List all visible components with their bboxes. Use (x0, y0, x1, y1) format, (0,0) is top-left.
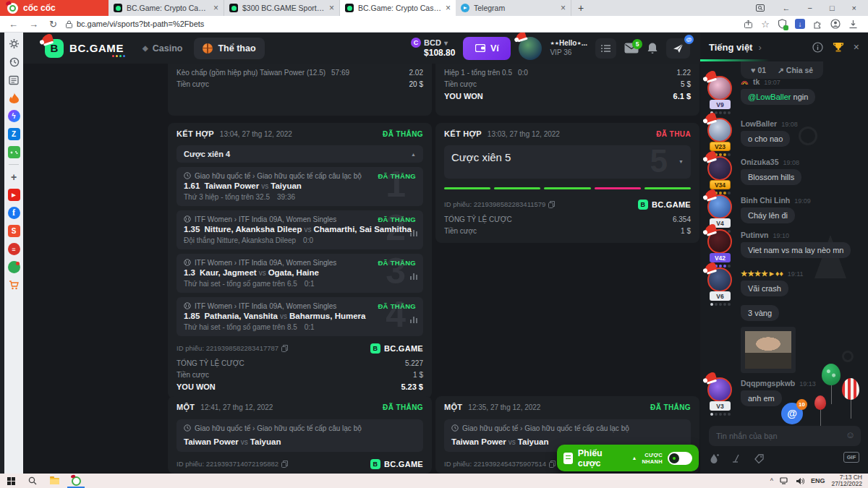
copy-icon[interactable] (281, 345, 288, 352)
file-explorer-icon[interactable] (43, 474, 65, 488)
start-button[interactable] (0, 474, 22, 488)
maximize-icon[interactable]: □ (830, 4, 835, 12)
copy-icon[interactable] (549, 461, 556, 468)
bcgame-logo-text[interactable]: BC.GAME (69, 42, 124, 54)
share-icon[interactable] (744, 20, 753, 29)
facebook-icon[interactable]: f (8, 207, 20, 219)
new-tab-button[interactable]: + (571, 0, 590, 16)
bet-leg[interactable]: ITF Women › ITF India 09A, Women Singles… (176, 210, 423, 249)
mentions-button[interactable]: @10 (781, 403, 803, 424)
chat-username[interactable]: Dqqpmgspkwb (741, 379, 795, 388)
close-chat-icon[interactable]: × (854, 41, 859, 53)
chat-room-title[interactable]: Tiếng việt (709, 42, 752, 53)
chat-username[interactable]: Binh Chi Linh (741, 196, 790, 205)
shopee-icon[interactable]: S (8, 225, 20, 237)
copy-icon[interactable] (548, 201, 555, 208)
add-shortcut-icon[interactable]: + (8, 171, 20, 183)
emoji-icon[interactable]: ☺ (846, 430, 855, 440)
history-icon[interactable] (8, 56, 20, 68)
gif-button[interactable]: GIF (843, 452, 859, 463)
mention[interactable]: @LowBaller (748, 93, 791, 101)
rules-icon[interactable] (732, 454, 741, 463)
chat-toggle-button[interactable]: @ (666, 38, 690, 59)
downloads-tray-icon[interactable] (848, 20, 858, 29)
browser-tab-4[interactable]: Telegram × (456, 0, 571, 16)
tab-close-icon[interactable]: × (329, 3, 334, 13)
bet-leg[interactable]: Giao hữu quốc tế › Giao hữu quốc tế cấp … (176, 167, 423, 206)
parlay-collapse-bar[interactable]: Cược xiên 4 (176, 145, 423, 163)
chat-info-icon[interactable] (812, 42, 823, 53)
share-button[interactable]: ↗ Chia sẻ (778, 66, 813, 74)
stats-chart-icon[interactable] (410, 273, 417, 280)
notifications-button[interactable] (647, 42, 658, 54)
cart-icon[interactable] (8, 279, 20, 291)
green-app-icon[interactable] (8, 261, 20, 273)
youtube-icon[interactable]: ▶ (8, 189, 20, 201)
chevron-right-icon[interactable]: › (758, 42, 761, 53)
avatar[interactable] (707, 76, 732, 100)
browser-tab-1[interactable]: BC.Game: Crypto Casino Gan × (109, 0, 224, 16)
nav-tab-sports-active[interactable]: Thể thao (194, 38, 264, 59)
games-icon[interactable] (8, 146, 20, 158)
copy-icon[interactable] (281, 461, 288, 468)
zalo-icon[interactable]: Z (8, 128, 20, 140)
profile-icon[interactable] (830, 19, 841, 29)
inbox-button[interactable]: 5 (624, 43, 639, 53)
coupon-tag-icon[interactable] (754, 454, 765, 463)
quick-bet-toggle[interactable] (668, 452, 692, 465)
tab-search-icon[interactable] (756, 4, 765, 12)
recent-tabs-icon[interactable]: ← (782, 4, 790, 12)
bet-card-combo-lost[interactable]: KẾT HỢP 13:03, 27 thg 12, 2022 ĐÃ THUA C… (435, 123, 699, 243)
hidden-icons-chevron[interactable]: ^ (770, 477, 773, 484)
bet-card-partial-left[interactable]: Kèo chấp (gồm hiệp phụ) Taiwan Power (12… (168, 64, 432, 116)
avatar[interactable] (707, 267, 732, 292)
avatar[interactable] (707, 194, 732, 219)
hot-trending-icon[interactable] (8, 92, 20, 104)
user-avatar[interactable] (519, 37, 542, 60)
stats-chart-icon[interactable] (410, 230, 417, 236)
chat-username[interactable]: Onizuka35 (741, 158, 779, 166)
url-field[interactable]: bc.game/vi/sports?bt-path=%2Fbets (66, 20, 204, 28)
bookmark-star-icon[interactable]: ☆ (761, 19, 770, 30)
coccoc-brand[interactable]: cốc cốc (0, 0, 109, 16)
chat-input[interactable] (709, 426, 861, 446)
avatar[interactable] (707, 156, 732, 181)
tab-close-icon[interactable]: × (213, 3, 218, 13)
coccoc-taskbar-icon[interactable] (65, 474, 87, 488)
currency-selector[interactable]: CBCD $108.80 (411, 38, 455, 58)
tab-close-icon[interactable]: × (561, 3, 566, 13)
chat-username[interactable]: tk (753, 77, 760, 86)
chat-image-meme[interactable] (741, 327, 796, 373)
minimize-icon[interactable]: − (807, 4, 812, 12)
extensions-puzzle-icon[interactable] (813, 20, 822, 29)
close-window-icon[interactable]: × (852, 4, 856, 12)
stats-chart-icon[interactable] (410, 317, 417, 323)
bet-leg[interactable]: ITF Women › ITF India 09A, Women Singles… (176, 297, 423, 336)
avatar[interactable] (707, 229, 732, 254)
bet-leg[interactable]: Giao hữu quốc tế › Giao hữu quốc tế cấp … (176, 419, 423, 452)
bet-leg[interactable]: ITF Women › ITF India 09A, Women Singles… (176, 254, 423, 293)
forward-icon[interactable]: → (29, 19, 38, 30)
reload-icon[interactable]: ↻ (49, 19, 57, 30)
download-manager-icon[interactable]: ↓ (795, 19, 805, 29)
bet-card-combo-won[interactable]: KẾT HỢP 13:04, 27 thg 12, 2022 ĐÃ THẮNG … (168, 123, 432, 398)
avatar[interactable] (707, 377, 732, 402)
network-icon[interactable] (780, 477, 789, 484)
taskbar-search-icon[interactable] (22, 474, 43, 488)
volume-icon[interactable] (796, 477, 804, 485)
wallet-button[interactable]: Ví (463, 37, 511, 60)
notes-icon[interactable]: ≡ (8, 243, 20, 255)
messenger-icon[interactable]: ϟ (8, 110, 20, 122)
browser-tab-2[interactable]: $300 BC.GAME Sports Parlay × (224, 0, 340, 16)
tab-close-icon[interactable]: × (446, 3, 451, 13)
input-language[interactable]: ENG (811, 477, 825, 484)
clock[interactable]: 7:13 CH27/12/2022 (831, 474, 862, 488)
bet-card-single-1[interactable]: MỘT 12:41, 27 thg 12, 2022 ĐÃ THẮNG Giao… (168, 396, 432, 474)
parlay-collapse-bar[interactable]: Cược xiên 5 5 (444, 145, 691, 179)
back-icon[interactable]: ← (9, 19, 18, 30)
rain-drop-icon[interactable] (710, 453, 719, 463)
vip-menu-button[interactable] (595, 38, 616, 59)
user-info[interactable]: ⋆⋆Hello⋆... VIP 36 (550, 39, 587, 57)
chat-username[interactable]: LowBaller (741, 119, 777, 128)
bet-card-partial-right[interactable]: Hiệp 1 - tổng trên 0.5 0:0 1.22 Tiền cượ… (435, 64, 699, 116)
